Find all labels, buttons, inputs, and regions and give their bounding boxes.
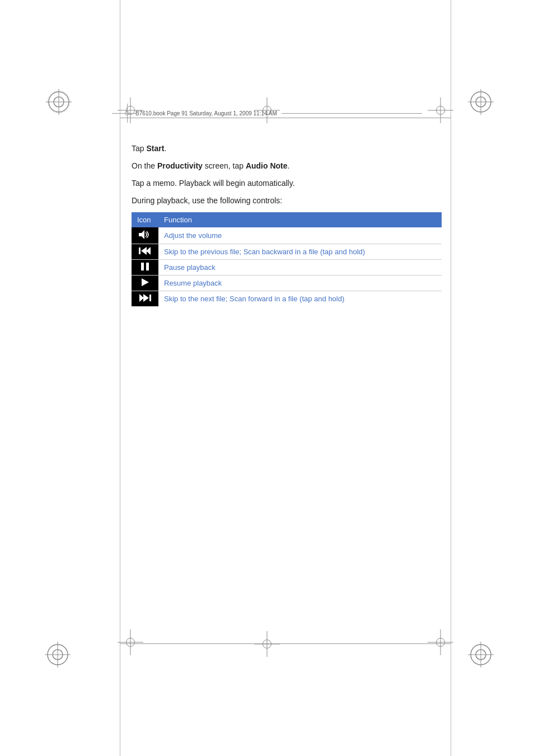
h-line-top [120,118,451,118]
bold-start: Start [146,144,164,153]
svg-marker-13 [146,247,151,255]
svg-rect-14 [141,263,144,270]
table-header-row: Icon Function [132,212,442,227]
reg-mark-bottom-left-inner [122,634,139,651]
reg-mark-top-right-outer [468,89,494,116]
svg-marker-10 [142,230,144,239]
skip-forward-function: Skip to the next file; Scan forward in a… [158,291,442,307]
reg-mark-top-right-inner [432,102,449,119]
reg-mark-bottom-right-inner [432,634,449,651]
svg-marker-17 [139,294,144,302]
table-row: Adjust the volume [132,227,442,244]
svg-marker-12 [141,247,147,255]
table-row: Skip to the next file; Scan forward in a… [132,291,442,307]
table-row: Resume playback [132,276,442,291]
play-icon [140,278,149,287]
pause-icon [140,262,149,271]
paragraph-productivity: On the Productivity screen, tap Audio No… [132,160,442,172]
svg-rect-15 [146,263,149,270]
reg-mark-top-left-outer [46,89,72,116]
volume-icon-cell [132,227,158,244]
skip-back-icon-cell [132,244,158,260]
reg-mark-bottom-mid [259,636,275,652]
skip-back-function: Skip to the previous file; Scan backward… [158,244,442,260]
pause-function: Pause playback [158,260,442,276]
content-area: Tap Start. On the Productivity screen, t… [132,143,442,306]
col-function-header: Function [158,212,442,227]
skip-forward-icon [139,293,151,302]
col-icon-header: Icon [132,212,158,227]
reg-mark-bottom-right-outer [468,642,494,669]
skip-forward-icon-cell [132,291,158,307]
volume-function: Adjust the volume [158,227,442,244]
volume-icon [139,230,151,240]
play-icon-cell [132,276,158,291]
paragraph-during-playback: During playback, use the following contr… [132,195,442,207]
page-marker-text: B7610.book Page 91 Saturday, August 1, 2… [135,110,277,116]
bold-productivity: Productivity [157,161,203,170]
svg-rect-19 [149,295,151,301]
svg-marker-16 [142,278,149,286]
paragraph-tap-memo: Tap a memo. Playback will begin automati… [132,178,442,189]
pause-icon-cell [132,260,158,276]
svg-rect-11 [139,248,140,254]
reg-mark-bottom-left-outer [45,642,71,669]
svg-rect-9 [139,233,142,236]
h-line-bottom [120,643,451,644]
table-row: Pause playback [132,260,442,276]
controls-table: Icon Function [132,212,442,306]
table-row: Skip to the previous file; Scan backward… [132,244,442,260]
reg-mark-top-mid [259,102,275,119]
margin-line-right [451,0,451,756]
paragraph-tap-start: Tap Start. [132,143,442,155]
svg-marker-18 [143,294,149,302]
skip-back-icon [139,246,151,255]
resume-function: Resume playback [158,276,442,291]
bold-audio-note: Audio Note [246,161,288,170]
